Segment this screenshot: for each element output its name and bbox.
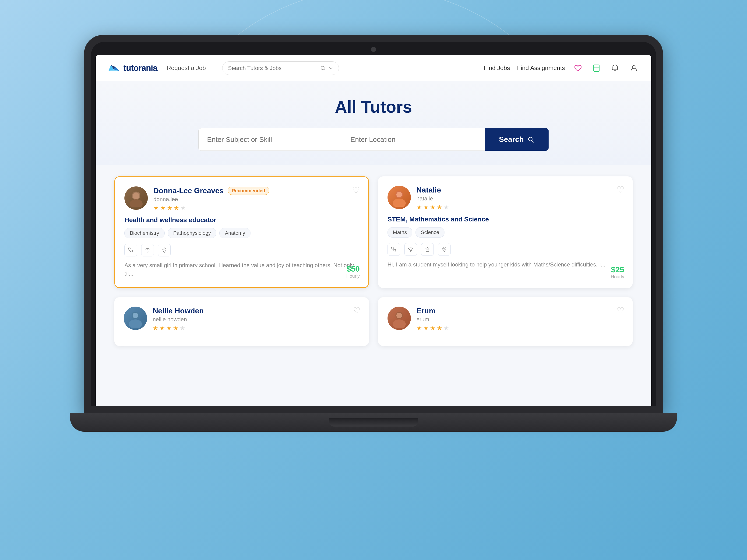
tag-biochemistry[interactable]: Biochemistry xyxy=(124,228,164,238)
tags-donna: Biochemistry Pathophysiology Anatomy xyxy=(124,228,359,238)
laptop-container: tutorania Request a Job xyxy=(70,35,677,525)
home-icon-box-natalie xyxy=(421,243,434,256)
star4: ★ xyxy=(437,325,442,332)
nav-search-input[interactable] xyxy=(228,65,317,72)
favorite-btn-natalie[interactable]: ♡ xyxy=(617,185,624,195)
heart-nav-icon xyxy=(573,64,582,72)
star1: ★ xyxy=(153,325,158,332)
logo-icon xyxy=(107,63,120,73)
avatar-erum xyxy=(387,306,411,330)
tag-maths[interactable]: Maths xyxy=(387,227,412,238)
nav-logo[interactable]: tutorania xyxy=(107,63,157,73)
tutor-card-nellie[interactable]: ♡ xyxy=(114,297,369,346)
name-row-erum: Erum xyxy=(416,306,623,315)
tutor-card-erum[interactable]: ♡ xyxy=(378,297,633,346)
svg-line-3 xyxy=(324,69,325,70)
svg-point-26 xyxy=(396,313,402,318)
star1: ★ xyxy=(153,205,159,212)
location-icon-box xyxy=(158,244,171,257)
svg-rect-4 xyxy=(594,65,599,72)
stars-donna: ★ ★ ★ ★ ★ xyxy=(153,205,359,212)
star5: ★ xyxy=(443,204,449,211)
card-header-natalie: Natalie natalie ★ ★ ★ ★ ★ xyxy=(387,186,623,211)
star5: ★ xyxy=(180,325,185,332)
wifi-icon-box-natalie xyxy=(404,243,417,256)
page-title: All Tutors xyxy=(114,97,633,116)
card-header-erum: Erum erum ★ ★ ★ ★ ★ xyxy=(387,306,623,332)
svg-line-9 xyxy=(532,140,534,142)
price-label-natalie: Hourly xyxy=(611,274,624,279)
star2: ★ xyxy=(159,325,165,332)
star2: ★ xyxy=(423,204,429,211)
home-icon xyxy=(424,246,431,252)
favorite-btn-donna[interactable]: ♡ xyxy=(352,186,360,195)
star4: ★ xyxy=(173,325,178,332)
tag-science[interactable]: Science xyxy=(415,227,444,238)
favorite-btn-nellie[interactable]: ♡ xyxy=(353,306,360,316)
card-title-nellie: Nellie Howden nellie.howden ★ ★ ★ ★ xyxy=(153,306,360,332)
price-amount-natalie: $25 xyxy=(611,265,624,274)
username-erum: erum xyxy=(416,316,623,323)
main-content: ♡ xyxy=(96,165,651,406)
name-row-nellie: Nellie Howden xyxy=(153,306,360,315)
svg-point-22 xyxy=(129,319,142,328)
star5: ★ xyxy=(180,205,186,212)
chevron-down-icon xyxy=(329,66,333,71)
tutor-name-donna: Donna-Lee Greaves xyxy=(153,186,224,195)
svg-point-12 xyxy=(133,192,139,199)
phone-icon xyxy=(391,246,397,252)
tags-natalie: Maths Science xyxy=(387,227,623,238)
star4: ★ xyxy=(437,204,442,211)
favorite-btn-erum[interactable]: ♡ xyxy=(617,306,624,316)
notifications-icon-btn[interactable] xyxy=(609,62,621,74)
bell-icon xyxy=(611,64,619,72)
stars-nellie: ★ ★ ★ ★ ★ xyxy=(153,325,360,332)
wifi-icon xyxy=(145,247,151,253)
price-natalie: $25 Hourly xyxy=(611,265,624,279)
camera-dot xyxy=(371,47,376,52)
bio-natalie: Hi, I am a student myself looking to hel… xyxy=(387,260,623,269)
request-job-link[interactable]: Request a Job xyxy=(167,64,206,72)
star2: ★ xyxy=(423,325,429,332)
tag-pathophysiology[interactable]: Pathophysiology xyxy=(168,228,216,238)
search-btn-icon xyxy=(527,136,535,143)
svg-point-25 xyxy=(393,319,406,328)
icons-donna xyxy=(124,244,359,257)
svg-point-17 xyxy=(396,192,402,197)
wifi-icon-box xyxy=(141,244,154,257)
user-profile-icon-btn[interactable] xyxy=(628,62,640,74)
find-jobs-link[interactable]: Find Jobs xyxy=(484,64,510,72)
hero-search-row: Search xyxy=(199,128,548,151)
bookmark-nav-icon xyxy=(592,64,601,72)
location-icon xyxy=(441,246,447,252)
card-header-nellie: Nellie Howden nellie.howden ★ ★ ★ ★ xyxy=(124,306,360,332)
username-donna: donna.lee xyxy=(153,196,359,203)
price-amount-donna: $50 xyxy=(346,264,360,273)
icons-natalie xyxy=(387,243,623,256)
svg-point-18 xyxy=(410,251,411,252)
svg-point-14 xyxy=(164,249,165,250)
phone-icon xyxy=(128,247,134,253)
tag-anatomy[interactable]: Anatomy xyxy=(220,228,251,238)
find-assignments-link[interactable]: Find Assignments xyxy=(517,64,565,72)
star4: ★ xyxy=(174,205,179,212)
svg-point-23 xyxy=(133,313,138,318)
laptop-lid: tutorania Request a Job xyxy=(84,35,663,413)
tutors-grid: ♡ xyxy=(114,177,633,346)
subject-search-input[interactable] xyxy=(199,128,342,151)
tutor-name-natalie: Natalie xyxy=(416,186,441,194)
location-search-input[interactable] xyxy=(342,128,485,151)
card-title-erum: Erum erum ★ ★ ★ ★ ★ xyxy=(416,306,623,332)
search-button[interactable]: Search xyxy=(485,128,548,151)
tutor-card-natalie[interactable]: ♡ xyxy=(378,177,633,288)
laptop-screen: tutorania Request a Job xyxy=(96,55,651,406)
tutor-card-donna[interactable]: ♡ xyxy=(114,177,369,288)
favorites-icon-btn[interactable] xyxy=(572,62,584,74)
avatar-donna xyxy=(124,186,148,210)
specialty-natalie: STEM, Mathematics and Science xyxy=(387,216,623,223)
laptop-hinge xyxy=(329,418,418,427)
star3: ★ xyxy=(430,325,435,332)
bio-donna: As a very small girl in primary school, … xyxy=(124,261,359,278)
avatar-nellie xyxy=(124,306,147,330)
bookmarks-icon-btn[interactable] xyxy=(591,62,602,74)
